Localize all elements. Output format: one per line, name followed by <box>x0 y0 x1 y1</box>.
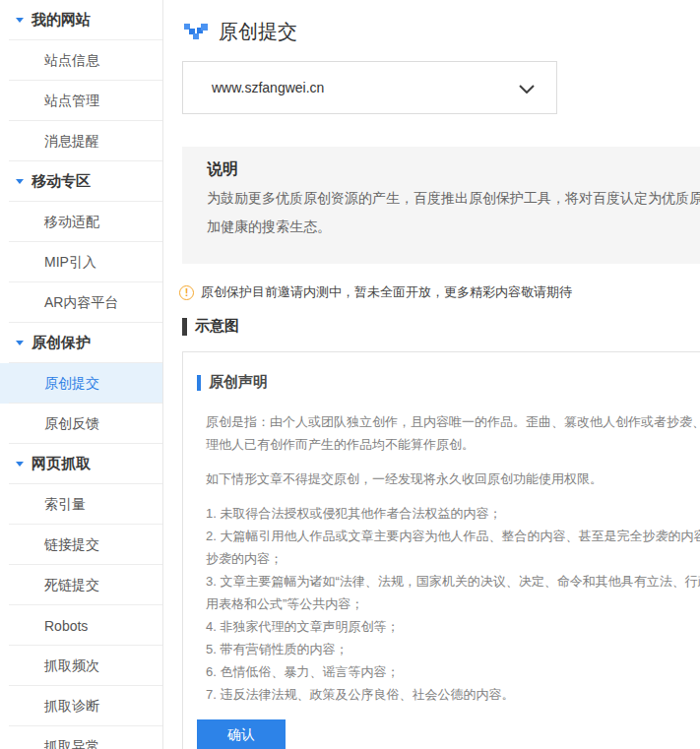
declaration-rule: 5. 带有营销性质的内容； <box>206 638 700 660</box>
declaration-rule: 2. 大篇幅引用他人作品或文章主要内容为他人作品、整合的内容、甚至是完全抄袭的内… <box>206 525 700 547</box>
sidebar-item-robots[interactable]: Robots <box>0 605 162 646</box>
sidebar-group-label: 移动专区 <box>32 172 91 191</box>
sidebar-group-original-protection[interactable]: 原创保护 <box>0 323 162 363</box>
declaration-line: 如下情形文章不得提交原创，一经发现将永久收回原创功能使用权限。 <box>206 468 700 490</box>
triangle-down-icon <box>16 341 24 345</box>
declaration-rule: 1. 未取得合法授权或侵犯其他作者合法权益的内容； <box>206 502 700 525</box>
notice-line: 加健康的搜索生态。 <box>207 216 700 237</box>
sidebar-group-my-site[interactable]: 我的网站 <box>0 0 162 40</box>
sidebar-group-mobile-zone[interactable]: 移动专区 <box>0 161 162 202</box>
page-title: 原创提交 <box>219 19 297 45</box>
sidebar-item-site-manage[interactable]: 站点管理 <box>0 81 162 121</box>
declaration-box: 原创声明 原创是指：由个人或团队独立创作，且内容唯一的作品。歪曲、篡改他人创作或… <box>182 351 700 749</box>
sidebar-group-web-crawl[interactable]: 网页抓取 <box>0 444 162 484</box>
declaration-rule: 抄袭的内容； <box>206 547 700 570</box>
notice-title: 说明 <box>207 159 700 180</box>
sidebar-item-site-info[interactable]: 站点信息 <box>0 40 162 81</box>
sidebar-group-label: 原创保护 <box>32 334 91 352</box>
triangle-down-icon <box>16 18 24 23</box>
sidebar-group-label: 网页抓取 <box>32 455 91 473</box>
sidebar-item-ar-platform[interactable]: AR内容平台 <box>0 282 162 323</box>
declaration-body: 原创是指：由个人或团队独立创作，且内容唯一的作品。歪曲、篡改他人创作或者抄袭、剽… <box>206 410 700 706</box>
sidebar-item-deadlink-submit[interactable]: 死链提交 <box>0 565 162 605</box>
declaration-line: 理他人已有创作而产生的作品均不能算作原创。 <box>206 433 700 456</box>
sidebar-group-label: 我的网站 <box>32 11 91 30</box>
section-heading-bar <box>182 318 187 336</box>
beta-alert-row: 原创保护目前邀请内测中，暂未全面开放，更多精彩内容敬请期待 <box>179 283 572 301</box>
declaration-rule: 用表格和公式”等公共内容； <box>206 593 700 615</box>
notice-box: 说明 为鼓励更多优质原创资源的产生，百度推出原创保护工具，将对百度认定为优质原创… <box>182 147 700 264</box>
sidebar-item-original-submit[interactable]: 原创提交 <box>0 363 162 404</box>
sidebar-item-message-remind[interactable]: 消息提醒 <box>0 121 162 161</box>
chevron-down-icon <box>519 85 535 94</box>
sidebar-item-link-submit[interactable]: 链接提交 <box>0 525 162 565</box>
warning-circle-icon <box>179 285 194 300</box>
sidebar-item-crawl-diagnosis[interactable]: 抓取诊断 <box>0 686 162 726</box>
declaration-title-bar <box>197 375 201 391</box>
site-selector-dropdown[interactable]: www.szfangwei.cn <box>182 61 557 114</box>
notice-line: 为鼓励更多优质原创资源的产生，百度推出原创保护工具，将对百度认定为优质原创的资源… <box>207 187 700 209</box>
sidebar-item-mip[interactable]: MIP引入 <box>0 242 162 282</box>
declaration-rule: 3. 文章主要篇幅为诸如“法律、法规，国家机关的决议、决定、命令和其他具有立法、… <box>206 570 700 593</box>
triangle-down-icon <box>16 462 24 467</box>
declaration-rule: 6. 色情低俗、暴力、谣言等内容； <box>206 660 700 683</box>
declaration-rule: 4. 非独家代理的文章声明原创等； <box>206 615 700 638</box>
section-heading-label: 示意图 <box>195 317 239 336</box>
page-title-row: 原创提交 <box>184 16 297 47</box>
site-selector-value: www.szfangwei.cn <box>212 80 324 95</box>
triangle-down-icon <box>16 179 24 184</box>
declaration-rule: 7. 违反法律法规、政策及公序良俗、社会公德的内容。 <box>206 683 700 706</box>
sidebar-item-crawl-exception[interactable]: 抓取异常 <box>0 726 162 749</box>
declaration-line: 原创是指：由个人或团队独立创作，且内容唯一的作品。歪曲、篡改他人创作或者抄袭、剽… <box>206 410 700 433</box>
sidebar-item-index-volume[interactable]: 索引量 <box>0 484 162 525</box>
declaration-title-row: 原创声明 <box>197 373 700 392</box>
sidebar-item-mobile-adapt[interactable]: 移动适配 <box>0 202 162 242</box>
section-heading: 示意图 <box>182 317 239 336</box>
beta-alert-text: 原创保护目前邀请内测中，暂未全面开放，更多精彩内容敬请期待 <box>201 283 572 301</box>
confirm-button[interactable]: 确认 <box>197 719 286 749</box>
pixel-v-logo-icon <box>184 24 208 40</box>
sidebar-item-crawl-frequency[interactable]: 抓取频次 <box>0 646 162 686</box>
declaration-title: 原创声明 <box>209 373 268 392</box>
sidebar-item-original-feedback[interactable]: 原创反馈 <box>0 404 162 444</box>
sidebar: 我的网站 站点信息 站点管理 消息提醒 移动专区 移动适配 MIP引入 AR内容… <box>0 0 163 749</box>
